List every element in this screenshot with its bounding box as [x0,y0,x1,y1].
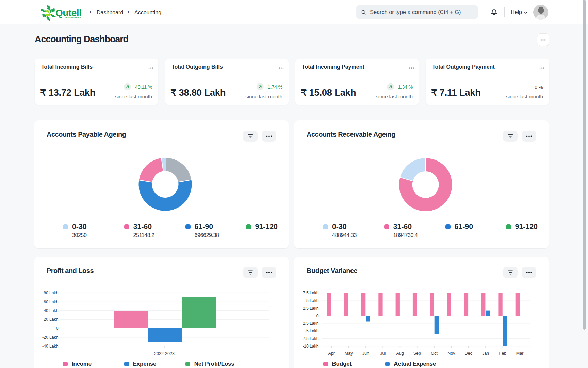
svg-text:40 Lakh: 40 Lakh [44,308,58,313]
svg-text:Jan: Jan [482,351,489,356]
svg-text:Dec: Dec [465,351,472,356]
svg-text:Aug: Aug [396,351,404,356]
svg-text:5 Lakh: 5 Lakh [306,298,319,303]
svg-text:Feb: Feb [499,351,507,356]
svg-text:80 Lakh: 80 Lakh [44,291,58,295]
svg-text:-5 Lakh: -5 Lakh [305,328,319,333]
svg-text:Technology Experts: Technology Experts [65,17,81,18]
svg-text:Jul: Jul [380,351,386,356]
svg-text:-10 Lakh: -10 Lakh [303,344,318,349]
svg-text:0: 0 [56,326,59,331]
svg-text:Nov: Nov [447,351,455,356]
svg-text:Sep: Sep [413,351,421,356]
svg-text:7.5 Lakh: 7.5 Lakh [303,291,319,295]
svg-text:-40 Lakh: -40 Lakh [42,344,58,349]
svg-text:7.5 Lakh: 7.5 Lakh [303,336,319,341]
svg-text:20 Lakh: 20 Lakh [44,317,58,322]
svg-text:Oct: Oct [431,351,438,356]
svg-text:Mar: Mar [516,351,524,356]
svg-text:Qutell: Qutell [55,7,81,18]
svg-text:2.5 Lakh: 2.5 Lakh [303,306,319,311]
svg-text:2022-2023: 2022-2023 [154,351,175,356]
svg-text:Apr: Apr [328,351,335,356]
svg-text:May: May [345,351,353,356]
svg-text:0: 0 [316,313,319,318]
svg-text:60 Lakh: 60 Lakh [44,300,58,304]
svg-text:2.5 Lakh: 2.5 Lakh [303,321,319,326]
svg-text:Jun: Jun [362,351,369,356]
svg-text:-20 Lakh: -20 Lakh [42,335,58,340]
